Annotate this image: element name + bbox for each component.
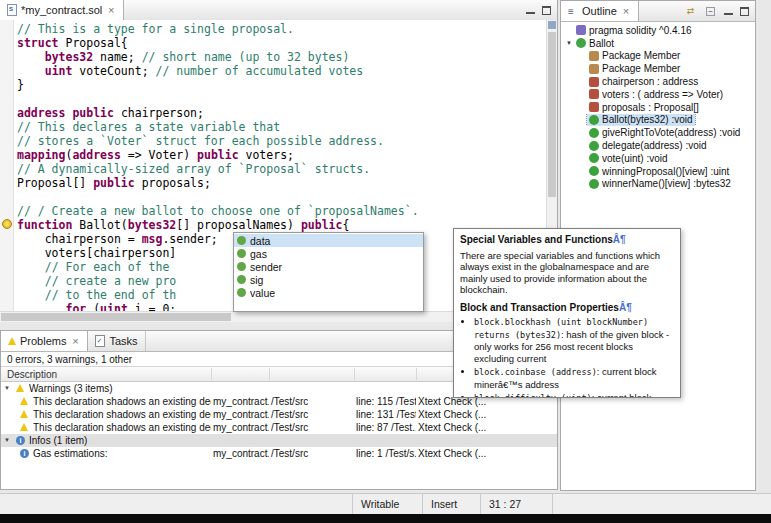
doc-bullet: block.coinbase (address): current block …: [474, 366, 674, 390]
outline-item[interactable]: Package Member: [561, 50, 755, 63]
problems-cell: my_contract....: [213, 395, 269, 408]
problems-row[interactable]: Gas estimations:my_contract..../Test/src…: [1, 447, 557, 460]
status-bar: Writable Insert 31 : 27: [0, 493, 771, 515]
code-segment: msg: [142, 232, 163, 246]
code-line: // A dynamically-sized array of `Proposa…: [17, 162, 547, 176]
outline-item[interactable]: voters : ( address => Voter): [561, 88, 755, 101]
tab-my-contract[interactable]: *my_contract.sol: [0, 0, 124, 20]
overview-annotations-indicator[interactable]: [548, 21, 556, 29]
link-with-editor-icon[interactable]: [684, 5, 697, 18]
outline-item[interactable]: giveRightToVote(address) :void: [561, 126, 755, 139]
autocomplete-item[interactable]: sender: [234, 260, 423, 273]
outline-icon: [568, 5, 578, 17]
scrollbar-thumb[interactable]: [1, 313, 231, 321]
code-line: [17, 190, 547, 204]
status-separator: [552, 494, 553, 514]
field-icon: [589, 89, 599, 99]
outline-item[interactable]: chairperson : address: [561, 75, 755, 88]
problems-cell: Xtext Check (...: [418, 408, 557, 421]
close-icon[interactable]: [70, 335, 80, 347]
autocomplete-item[interactable]: gas: [234, 247, 423, 260]
outline-item[interactable]: Package Member: [561, 62, 755, 75]
marker-bulb-icon[interactable]: [2, 219, 12, 229]
code-segment: address: [17, 106, 65, 120]
code-segment: uint: [45, 64, 73, 78]
column-separator[interactable]: [269, 368, 270, 380]
close-icon[interactable]: [621, 5, 631, 17]
outline-item[interactable]: Ballot(bytes32) :void: [561, 114, 755, 127]
scrollbar-thumb[interactable]: [548, 32, 556, 197]
expander-icon[interactable]: [4, 382, 10, 395]
package-icon: [589, 51, 599, 61]
code-segment: .sender;: [162, 232, 217, 246]
code-segment: voters[chairperson]: [17, 246, 176, 260]
group-label: Warnings (3 items): [29, 382, 329, 395]
tab-outline[interactable]: Outline: [561, 1, 639, 21]
outline-item-label: proposals : Proposal[]: [602, 102, 699, 113]
code-segment: // number of accumulated votes: [156, 64, 364, 78]
maximize-icon[interactable]: [740, 7, 749, 16]
column-separator[interactable]: [211, 368, 212, 380]
minimize-icon[interactable]: [724, 7, 733, 16]
problems-group-row[interactable]: Infos (1 item): [1, 434, 557, 447]
expander-icon[interactable]: [564, 40, 574, 46]
problems-tab-label: Problems: [20, 335, 66, 347]
warning-icon: [20, 410, 28, 418]
doc-bullet: block.difficulty (uint): current block d…: [474, 392, 674, 398]
field-icon: [589, 77, 599, 87]
tasks-icon: [95, 335, 105, 347]
variable-icon: [237, 262, 246, 271]
outline-item[interactable]: delegate(address) :void: [561, 139, 755, 152]
problems-row[interactable]: This declaration shadows an existing dec…: [1, 408, 557, 421]
doc-title: Special Variables and FunctionsÂ¶: [460, 234, 674, 246]
outline-item[interactable]: winnerName()[view] :bytes32: [561, 178, 755, 191]
outline-item-inner: delegate(address) :void: [587, 140, 709, 152]
outline-item-inner: pragma solidity ^0.4.16: [574, 24, 694, 36]
group-label: Infos (1 item): [29, 434, 329, 447]
code-line: }: [17, 78, 547, 92]
autocomplete-list: datagassendersigvalue: [234, 234, 423, 299]
package-icon: [589, 64, 599, 74]
code-segment: mapping: [17, 148, 65, 162]
tab-problems[interactable]: Problems: [1, 331, 88, 351]
code-line: bytes32 name; // short name (up to 32 by…: [17, 50, 547, 64]
close-icon[interactable]: [106, 4, 116, 16]
problems-cell: /Test/src: [271, 447, 354, 460]
anchor-link[interactable]: Â¶: [619, 302, 632, 313]
column-separator[interactable]: [354, 368, 355, 380]
autocomplete-popup: datagassendersigvalue: [233, 232, 424, 312]
autocomplete-item[interactable]: sig: [234, 273, 423, 286]
collapse-all-icon[interactable]: [704, 5, 717, 18]
problems-row[interactable]: This declaration shadows an existing dec…: [1, 421, 557, 434]
outline-item[interactable]: proposals : Proposal[]: [561, 101, 755, 114]
autocomplete-item-label: gas: [250, 248, 267, 260]
anchor-link[interactable]: Â¶: [613, 234, 626, 245]
expander-icon[interactable]: [4, 434, 10, 447]
outline-toolbar: [684, 1, 755, 21]
outline-item-label: pragma solidity ^0.4.16: [589, 25, 692, 36]
outline-item[interactable]: winningProposal()[view] :uint: [561, 165, 755, 178]
maximize-icon[interactable]: [542, 6, 551, 15]
code-segment: struct: [17, 36, 59, 50]
tab-tasks[interactable]: Tasks: [88, 331, 145, 351]
method-icon: [589, 141, 599, 151]
outline-item-label: vote(uint) :void: [602, 153, 668, 164]
code-segment: bytes32: [45, 50, 93, 64]
code-line: uint voteCount; // number of accumulated…: [17, 64, 547, 78]
autocomplete-item[interactable]: value: [234, 286, 423, 299]
annotation-ruler: [0, 20, 14, 312]
code-segment: // stores a `Voter` struct for each poss…: [17, 134, 384, 148]
problems-icon: [8, 337, 16, 345]
code-line: mapping(address => Voter) public voters;: [17, 148, 547, 162]
method-icon: [589, 166, 599, 176]
outline-item[interactable]: Ballot: [561, 37, 755, 50]
column-separator[interactable]: [416, 368, 417, 380]
outline-item[interactable]: pragma solidity ^0.4.16: [561, 24, 755, 37]
column-header-description[interactable]: Description: [7, 369, 57, 380]
class-icon: [576, 38, 586, 48]
minimize-icon[interactable]: [526, 6, 535, 15]
problems-cell: This declaration shadows an existing dec…: [33, 395, 211, 408]
outline-item[interactable]: vote(uint) :void: [561, 152, 755, 165]
doc-bullet-list: block.blockhash (uint blockNumber) retur…: [460, 316, 674, 398]
autocomplete-item[interactable]: data: [234, 234, 423, 247]
